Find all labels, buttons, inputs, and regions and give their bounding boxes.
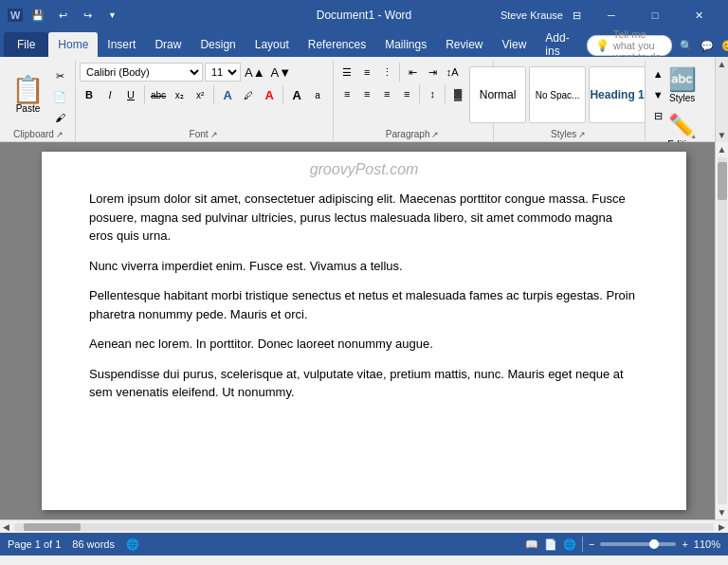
- document-page[interactable]: Lorem ipsum dolor sit amet, consectetuer…: [42, 152, 686, 510]
- clipboard-content: 📋 Paste ✂ 📄 🖌: [8, 61, 69, 127]
- text-highlight-button[interactable]: 🖊: [239, 85, 258, 104]
- align-right-button[interactable]: ≡: [377, 84, 396, 103]
- tab-design[interactable]: Design: [191, 32, 245, 57]
- lightbulb-icon: 💡: [595, 39, 610, 52]
- subscript-button[interactable]: x₂: [170, 85, 189, 104]
- increase-font-button[interactable]: A▲: [243, 63, 267, 82]
- tab-layout[interactable]: Layout: [246, 32, 299, 57]
- font-size-large-button[interactable]: A: [287, 85, 306, 104]
- scroll-down-button[interactable]: ▼: [716, 505, 728, 519]
- bold-button[interactable]: B: [80, 85, 99, 104]
- zoom-plus-button[interactable]: +: [682, 538, 687, 550]
- search-people-button[interactable]: 🔍: [680, 34, 693, 57]
- separator3: [282, 85, 283, 104]
- read-mode-icon[interactable]: 📖: [525, 538, 538, 551]
- shading-button[interactable]: ▓: [448, 84, 467, 103]
- styles-button[interactable]: 🔤 Styles: [659, 63, 706, 107]
- styles-group: Normal No Spac... Heading 1 ▲ ▼ ⊟ Styles…: [494, 61, 646, 141]
- style-heading1[interactable]: Heading 1: [589, 66, 646, 123]
- ribbon-scroll: ▲ ▼: [715, 57, 728, 142]
- comment-button[interactable]: 💬: [701, 34, 714, 57]
- tab-home[interactable]: Home: [48, 32, 98, 57]
- title-bar-right: Steve Krause ⊟ ─ □ ✕: [500, 0, 720, 30]
- decrease-indent-button[interactable]: ⇤: [403, 63, 422, 82]
- style-normal[interactable]: Normal: [469, 66, 526, 123]
- clipboard-label: Clipboard ↗: [8, 127, 69, 141]
- font-size-small-button[interactable]: a: [308, 85, 327, 104]
- vertical-scrollbar[interactable]: ▲ ▼: [715, 142, 728, 519]
- document-title: Document1 - Word: [317, 9, 411, 22]
- bullets-button[interactable]: ☰: [337, 63, 356, 82]
- zoom-divider: [582, 537, 583, 552]
- style-no-space-label: No Spac...: [536, 90, 580, 100]
- undo-button[interactable]: ↩: [51, 4, 74, 27]
- scroll-up-button[interactable]: ▲: [716, 142, 728, 156]
- font-name-select[interactable]: Calibri (Body): [80, 63, 203, 82]
- tab-mailings[interactable]: Mailings: [375, 32, 436, 57]
- sort-button[interactable]: ↕A: [443, 63, 462, 82]
- ribbon-tabs: File Home Insert Draw Design Layout Refe…: [0, 30, 728, 57]
- print-layout-icon[interactable]: 📄: [544, 538, 557, 551]
- underline-button[interactable]: U: [121, 85, 140, 104]
- hscroll-track[interactable]: [14, 523, 714, 531]
- styles-btn-label: Styles: [669, 93, 695, 103]
- zoom-slider[interactable]: [600, 542, 676, 546]
- title-bar-left: W 💾 ↩ ↪ ▼: [8, 4, 123, 27]
- paste-button[interactable]: 📋 Paste: [8, 73, 48, 118]
- align-center-button[interactable]: ≡: [357, 84, 376, 103]
- para-row1: ☰ ≡ ⋮ ⇤ ⇥ ↕A ¶: [337, 63, 482, 82]
- tab-file[interactable]: File: [4, 32, 48, 57]
- format-painter-button[interactable]: 🖌: [50, 108, 69, 127]
- decrease-font-button[interactable]: A▼: [269, 63, 294, 82]
- styles-label: Styles ↗: [498, 127, 639, 141]
- scroll-thumb[interactable]: [718, 162, 727, 200]
- separator: [144, 85, 145, 104]
- line-spacing-button[interactable]: ↕: [423, 84, 442, 103]
- text-effects-button[interactable]: A: [218, 85, 237, 104]
- redo-button[interactable]: ↪: [76, 4, 99, 27]
- font-size-select[interactable]: 11: [205, 63, 241, 82]
- tab-references[interactable]: References: [299, 32, 375, 57]
- strikethrough-button[interactable]: abc: [149, 85, 168, 104]
- hscroll-right-button[interactable]: ▶: [716, 522, 728, 532]
- font-dialog-button[interactable]: ↗: [210, 130, 218, 139]
- clipboard-dialog-button[interactable]: ↗: [56, 130, 64, 139]
- increase-indent-button[interactable]: ⇥: [423, 63, 442, 82]
- copy-button[interactable]: 📄: [50, 87, 69, 106]
- multilevel-button[interactable]: ⋮: [377, 63, 396, 82]
- tab-view[interactable]: View: [493, 32, 537, 57]
- tab-draw[interactable]: Draw: [145, 32, 191, 57]
- superscript-button[interactable]: x²: [191, 85, 209, 104]
- paragraph-content: ☰ ≡ ⋮ ⇤ ⇥ ↕A ¶ ≡ ≡ ≡ ≡ ↕ ▓ ⊞: [337, 61, 487, 127]
- justify-button[interactable]: ≡: [397, 84, 416, 103]
- web-layout-icon[interactable]: 🌐: [563, 538, 576, 551]
- close-button[interactable]: ✕: [677, 0, 720, 30]
- ribbon-scroll-up[interactable]: ▲: [716, 57, 728, 71]
- hscroll-left-button[interactable]: ◀: [0, 522, 12, 532]
- hscroll-thumb[interactable]: [24, 523, 81, 531]
- minimize-button[interactable]: ─: [590, 0, 633, 30]
- tab-addins[interactable]: Add-ins: [536, 32, 578, 57]
- numbering-button[interactable]: ≡: [357, 63, 376, 82]
- cut-button[interactable]: ✂: [50, 66, 69, 85]
- zoom-thumb[interactable]: [649, 539, 659, 549]
- align-left-button[interactable]: ≡: [337, 84, 356, 103]
- smiley-button[interactable]: 😊: [721, 34, 728, 57]
- save-button[interactable]: 💾: [27, 4, 49, 27]
- zoom-minus-button[interactable]: −: [589, 538, 594, 550]
- tab-insert[interactable]: Insert: [98, 32, 145, 57]
- maximize-button[interactable]: □: [633, 0, 677, 30]
- style-no-space[interactable]: No Spac...: [529, 66, 586, 123]
- para-dialog-button[interactable]: ↗: [431, 130, 439, 139]
- ribbon-scroll-down[interactable]: ▼: [716, 128, 728, 142]
- styles-dialog-button[interactable]: ↗: [578, 130, 586, 139]
- font-color-button[interactable]: A: [260, 85, 279, 104]
- page-indicator: Page 1 of 1: [8, 538, 61, 550]
- italic-button[interactable]: I: [100, 85, 119, 104]
- tab-review[interactable]: Review: [436, 32, 492, 57]
- tell-me-input[interactable]: 💡 Tell me what you want to do: [587, 35, 672, 56]
- ribbon-display-button[interactable]: ⊟: [565, 4, 588, 27]
- language-icon: 🌐: [126, 538, 139, 551]
- customize-button[interactable]: ▼: [100, 4, 123, 27]
- scroll-track[interactable]: [718, 157, 727, 504]
